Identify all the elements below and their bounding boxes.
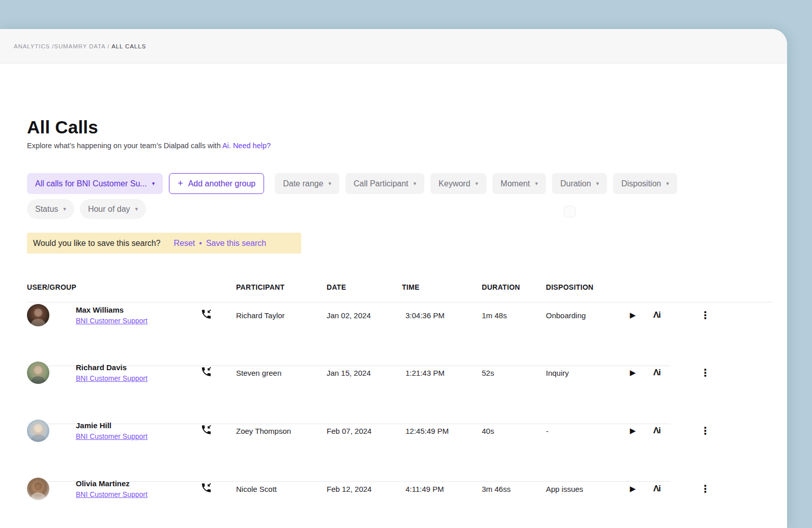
empty-checkbox[interactable] [564,206,575,217]
table-row: Jamie Hill BNI Customer Support Zoey Tho… [0,402,787,459]
breadcrumb-current: ALL CALLS [111,43,146,49]
phone-incoming-icon [200,308,212,322]
group-selector-dropdown[interactable]: All calls for BNI Customer Su... ▾ [27,173,163,194]
filter-hour-of-day[interactable]: Hour of day ▾ [80,199,146,219]
dot-separator: • [199,239,202,248]
filter-label: Date range [283,179,323,188]
chevron-down-icon: ▾ [475,180,478,187]
avatar [27,304,49,326]
play-recording-button[interactable]: ▶ [630,311,636,320]
person-silhouette-icon [27,362,49,384]
date-cell: Feb 12, 2024 [327,484,371,493]
time-cell: 1:21:43 PM [405,368,445,377]
user-name: Olivia Martinez [76,479,148,488]
filter-label: Duration [560,179,591,188]
filter-disposition[interactable]: Disposition ▾ [613,173,677,194]
filter-status[interactable]: Status ▾ [27,199,74,219]
time-cell: 4:11:49 PM [405,484,444,493]
filter-label: Moment [501,179,530,188]
table-row: Olivia Martinez BNI Customer Support Nic… [0,460,787,517]
duration-cell: 40s [482,426,494,435]
page-subtitle: Explore what’s happening on your team’s … [27,142,271,150]
row-menu-kebab-icon[interactable]: ⋮ [700,484,710,494]
time-cell: 12:45:49 PM [405,426,449,435]
row-menu-kebab-icon[interactable]: ⋮ [700,310,710,320]
ai-help-link[interactable]: Ai. Need help? [222,142,271,150]
participant-cell: Steven green [236,368,281,377]
save-search-banner: Would you like to save this search? Rese… [27,233,301,254]
filter-label: Call Participant [354,179,409,188]
play-recording-button[interactable]: ▶ [630,426,636,435]
chevron-down-icon: ▾ [535,180,538,187]
breadcrumb-bar: ANALYTICS /SUMAMRY DATA /ALL CALLS [0,29,787,64]
participant-cell: Richard Taylor [236,311,285,319]
avatar [27,478,49,500]
duration-cell: 3m 46ss [482,484,511,493]
avatar [27,362,49,384]
chevron-down-icon: ▾ [63,206,66,212]
disposition-cell: - [546,426,548,435]
user-group-link[interactable]: BNI Customer Support [76,374,148,382]
user-name: Richard Davis [76,363,148,372]
breadcrumb-path[interactable]: ANALYTICS /SUMAMRY DATA / [14,43,109,49]
group-selector-label: All calls for BNI Customer Su... [35,179,147,188]
play-recording-button[interactable]: ▶ [630,368,636,377]
person-silhouette-icon [27,420,49,442]
ai-transcript-icon[interactable]: Λi [653,310,660,320]
chevron-down-icon: ▾ [328,180,331,187]
user-name: Max Williams [76,305,148,314]
subtitle-text: Explore what’s happening on your team’s … [27,142,221,150]
phone-incoming-icon [200,366,212,379]
row-menu-kebab-icon[interactable]: ⋮ [700,426,710,436]
user-group-link[interactable]: BNI Customer Support [76,317,148,325]
phone-incoming-icon [200,482,212,495]
add-another-group-button[interactable]: + Add another group [169,173,264,194]
ai-transcript-icon[interactable]: Λi [653,368,660,378]
chevron-down-icon: ▾ [152,180,155,187]
filter-row-1: All calls for BNI Customer Su... ▾ + Add… [27,173,677,194]
table-row: Richard Davis BNI Customer Support Steve… [0,344,787,401]
table-row: Max Williams BNI Customer Support Richar… [0,286,787,344]
participant-cell: Nicole Scott [236,484,277,493]
reset-link[interactable]: Reset [174,239,195,248]
chevron-down-icon: ▾ [135,206,138,212]
date-cell: Jan 15, 2024 [327,368,371,377]
save-this-search-link[interactable]: Save this search [206,239,266,248]
date-cell: Feb 07, 2024 [327,426,371,435]
filter-label: Disposition [621,179,661,188]
disposition-cell: Onboarding [546,311,586,319]
user-group-link[interactable]: BNI Customer Support [76,490,148,498]
person-silhouette-icon [27,304,49,326]
user-name: Jamie Hill [76,421,148,430]
filter-duration[interactable]: Duration ▾ [552,173,607,194]
person-silhouette-icon [27,478,49,500]
filter-label: Keyword [439,179,470,188]
avatar [27,420,49,442]
time-cell: 3:04:36 PM [405,311,445,319]
plus-icon: + [178,178,183,189]
play-recording-button[interactable]: ▶ [630,484,636,493]
filter-date-range[interactable]: Date range ▾ [275,173,339,194]
chevron-down-icon: ▾ [596,180,599,187]
participant-cell: Zoey Thompson [236,426,291,435]
date-cell: Jan 02, 2024 [327,311,371,319]
phone-incoming-icon [200,424,212,437]
filter-label: Status [35,205,58,214]
filter-row-2: Status ▾ Hour of day ▾ [27,199,146,219]
ai-transcript-icon[interactable]: Λi [653,484,660,494]
filter-label: Hour of day [88,205,130,214]
chevron-down-icon: ▾ [666,180,669,187]
chevron-down-icon: ▾ [414,180,417,187]
disposition-cell: App issues [546,484,583,493]
breadcrumb[interactable]: ANALYTICS /SUMAMRY DATA /ALL CALLS [14,43,146,49]
add-another-group-label: Add another group [188,179,256,188]
row-menu-kebab-icon[interactable]: ⋮ [700,368,710,378]
filter-keyword[interactable]: Keyword ▾ [430,173,486,194]
user-group-link[interactable]: BNI Customer Support [76,432,148,440]
ai-transcript-icon[interactable]: Λi [653,426,660,436]
filter-moment[interactable]: Moment ▾ [492,173,546,194]
filter-call-participant[interactable]: Call Participant ▾ [345,173,424,194]
disposition-cell: Inquiry [546,368,569,377]
main-content-card: ANALYTICS /SUMAMRY DATA /ALL CALLS All C… [0,29,787,528]
duration-cell: 1m 48s [482,311,507,319]
